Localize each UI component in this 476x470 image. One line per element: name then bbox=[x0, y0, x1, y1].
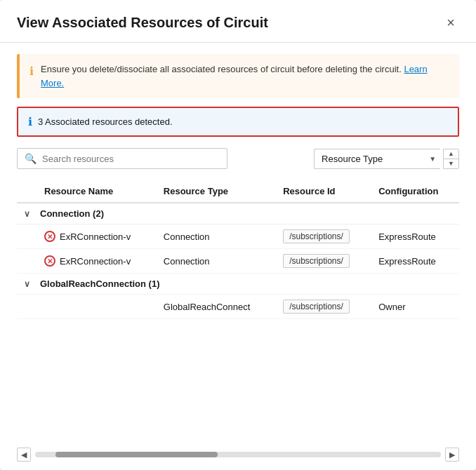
warning-text: Ensure you delete/dissociate all associa… bbox=[41, 62, 449, 90]
table-container: Resource Name Resource Type Resource Id … bbox=[0, 180, 476, 442]
filter-group: Resource Type Connection GlobalReachConn… bbox=[314, 149, 459, 169]
info-bar: ℹ 3 Associated resources detected. bbox=[17, 107, 459, 137]
row-indent bbox=[17, 224, 37, 249]
scrollbar-thumb bbox=[55, 452, 218, 457]
warning-icon: ℹ bbox=[29, 63, 34, 80]
error-icon: ✕ bbox=[44, 231, 55, 242]
row-indent bbox=[17, 295, 37, 319]
info-icon: ℹ bbox=[28, 115, 32, 128]
table-row: ✕ ExRConnection-v Connection /subscripti… bbox=[17, 224, 459, 249]
col-configuration: Configuration bbox=[371, 180, 459, 203]
info-text: 3 Associated resources detected. bbox=[38, 116, 173, 127]
search-box: 🔍 bbox=[17, 148, 227, 169]
table-row: GlobalReachConnect /subscriptions/ Owner bbox=[17, 295, 459, 319]
chevron-icon: ∨ bbox=[24, 279, 30, 289]
col-resource-type: Resource Type bbox=[157, 180, 276, 203]
scroll-right-button[interactable]: ▶ bbox=[445, 448, 459, 462]
configuration-cell: ExpressRoute bbox=[371, 224, 459, 249]
col-resource-name: Resource Name bbox=[37, 180, 157, 203]
configuration-cell: ExpressRoute bbox=[371, 249, 459, 274]
table-body: ∨ Connection (2) ✕ ExRConnection-v Conne… bbox=[17, 203, 459, 319]
search-input[interactable] bbox=[42, 154, 220, 164]
resource-id-cell: /subscriptions/ bbox=[276, 249, 371, 274]
sort-descending-button[interactable]: ▼ bbox=[444, 159, 458, 168]
resource-type-select[interactable]: Resource Type Connection GlobalReachConn… bbox=[314, 149, 440, 169]
configuration-cell: Owner bbox=[371, 295, 459, 319]
resource-name: ExRConnection-v bbox=[60, 256, 131, 267]
scroll-left-button[interactable]: ◀ bbox=[17, 448, 31, 462]
close-button[interactable]: × bbox=[442, 14, 459, 31]
group-label: GlobalReachConnection (1) bbox=[37, 274, 459, 295]
group-label: Connection (2) bbox=[37, 203, 459, 224]
group-row: ∨ Connection (2) bbox=[17, 203, 459, 224]
resource-id-pill: /subscriptions/ bbox=[283, 229, 350, 243]
row-indent bbox=[17, 249, 37, 274]
sort-buttons: ▲ ▼ bbox=[443, 149, 459, 169]
dialog-body: ℹ Ensure you delete/dissociate all assoc… bbox=[0, 43, 476, 470]
resource-type-cell: Connection bbox=[157, 224, 276, 249]
sort-ascending-button[interactable]: ▲ bbox=[444, 149, 458, 159]
resource-name-cell: ✕ ExRConnection-v bbox=[37, 249, 157, 274]
col-expand bbox=[17, 180, 37, 203]
scrollbar-row: ◀ ▶ bbox=[0, 442, 476, 470]
dialog-title: View Associated Resources of Circuit bbox=[17, 15, 268, 31]
resource-type-cell: Connection bbox=[157, 249, 276, 274]
warning-banner: ℹ Ensure you delete/dissociate all assoc… bbox=[17, 54, 459, 98]
resource-id-cell: /subscriptions/ bbox=[276, 224, 371, 249]
controls-row: 🔍 Resource Type Connection GlobalReachCo… bbox=[0, 148, 476, 180]
resource-name: ExRConnection-v bbox=[60, 231, 131, 242]
scrollbar-track[interactable] bbox=[35, 452, 441, 457]
resource-id-pill: /subscriptions/ bbox=[283, 254, 350, 268]
group-expand[interactable]: ∨ bbox=[17, 274, 37, 295]
table-row: ✕ ExRConnection-v Connection /subscripti… bbox=[17, 249, 459, 274]
resource-type-filter: Resource Type Connection GlobalReachConn… bbox=[314, 149, 440, 169]
group-row: ∨ GlobalReachConnection (1) bbox=[17, 274, 459, 295]
dialog-header: View Associated Resources of Circuit × bbox=[0, 0, 476, 43]
error-icon: ✕ bbox=[44, 255, 55, 267]
chevron-icon: ∨ bbox=[24, 209, 30, 219]
resource-id-cell: /subscriptions/ bbox=[276, 295, 371, 319]
table-header-row: Resource Name Resource Type Resource Id … bbox=[17, 180, 459, 203]
resource-name-cell: ✕ ExRConnection-v bbox=[37, 224, 157, 249]
resource-id-pill: /subscriptions/ bbox=[283, 300, 350, 314]
resource-type-cell: GlobalReachConnect bbox=[157, 295, 276, 319]
dialog: View Associated Resources of Circuit × ℹ… bbox=[0, 0, 476, 470]
resources-table: Resource Name Resource Type Resource Id … bbox=[17, 180, 459, 319]
search-icon: 🔍 bbox=[25, 153, 37, 164]
group-expand[interactable]: ∨ bbox=[17, 203, 37, 224]
col-resource-id: Resource Id bbox=[276, 180, 371, 203]
resource-name-cell bbox=[37, 295, 157, 319]
